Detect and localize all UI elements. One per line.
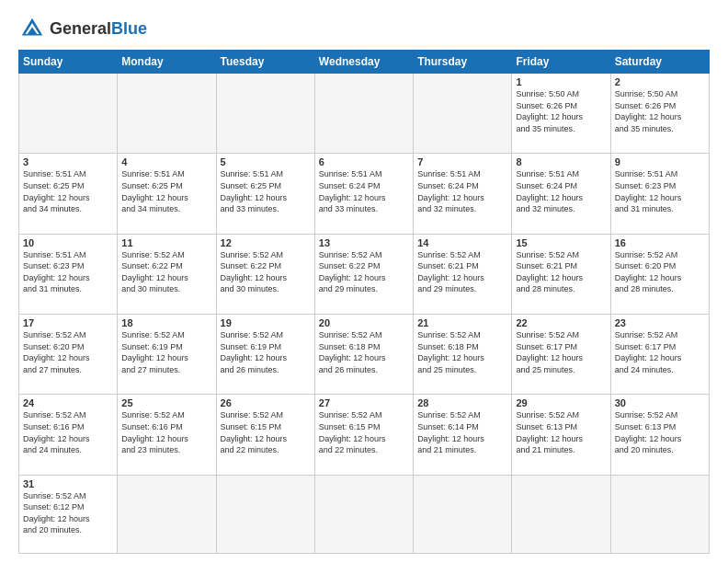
day-info: Sunrise: 5:52 AM Sunset: 6:22 PM Dayligh… [221, 249, 311, 295]
weekday-header-monday: Monday [118, 51, 216, 74]
day-number: 5 [221, 156, 311, 167]
calendar-cell [414, 74, 512, 154]
day-number: 26 [221, 397, 311, 408]
calendar-cell: 16Sunrise: 5:52 AM Sunset: 6:20 PM Dayli… [610, 234, 709, 314]
logo-text: GeneralBlue [50, 20, 147, 37]
day-info: Sunrise: 5:51 AM Sunset: 6:23 PM Dayligh… [615, 168, 705, 214]
logo: GeneralBlue [18, 15, 147, 42]
calendar-cell: 1Sunrise: 5:50 AM Sunset: 6:26 PM Daylig… [512, 74, 610, 154]
day-info: Sunrise: 5:52 AM Sunset: 6:18 PM Dayligh… [417, 329, 507, 375]
calendar-cell: 8Sunrise: 5:51 AM Sunset: 6:24 PM Daylig… [512, 154, 610, 234]
day-number: 14 [417, 237, 507, 248]
day-number: 27 [319, 397, 409, 408]
calendar-cell: 9Sunrise: 5:51 AM Sunset: 6:23 PM Daylig… [610, 154, 709, 234]
calendar-cell: 31Sunrise: 5:52 AM Sunset: 6:12 PM Dayli… [19, 475, 118, 553]
day-info: Sunrise: 5:51 AM Sunset: 6:24 PM Dayligh… [417, 168, 507, 214]
day-info: Sunrise: 5:51 AM Sunset: 6:24 PM Dayligh… [516, 168, 606, 214]
calendar-cell [414, 475, 512, 553]
day-number: 1 [516, 76, 606, 87]
calendar-cell: 26Sunrise: 5:52 AM Sunset: 6:15 PM Dayli… [216, 395, 314, 475]
calendar-cell [118, 475, 216, 553]
day-number: 16 [615, 237, 705, 248]
calendar-cell: 30Sunrise: 5:52 AM Sunset: 6:13 PM Dayli… [610, 395, 709, 475]
calendar-week-2: 3Sunrise: 5:51 AM Sunset: 6:25 PM Daylig… [19, 154, 710, 234]
day-number: 15 [516, 237, 606, 248]
day-info: Sunrise: 5:51 AM Sunset: 6:25 PM Dayligh… [23, 168, 113, 214]
day-info: Sunrise: 5:52 AM Sunset: 6:13 PM Dayligh… [615, 409, 705, 455]
calendar-cell [314, 74, 413, 154]
day-info: Sunrise: 5:52 AM Sunset: 6:20 PM Dayligh… [615, 249, 705, 295]
calendar-cell [216, 74, 314, 154]
day-info: Sunrise: 5:52 AM Sunset: 6:18 PM Dayligh… [319, 329, 409, 375]
calendar-week-4: 17Sunrise: 5:52 AM Sunset: 6:20 PM Dayli… [19, 314, 710, 394]
calendar-cell: 27Sunrise: 5:52 AM Sunset: 6:15 PM Dayli… [314, 395, 413, 475]
day-number: 23 [615, 317, 705, 328]
calendar-cell: 3Sunrise: 5:51 AM Sunset: 6:25 PM Daylig… [19, 154, 118, 234]
weekday-header-wednesday: Wednesday [314, 51, 413, 74]
day-number: 13 [319, 237, 409, 248]
day-number: 29 [516, 397, 606, 408]
day-info: Sunrise: 5:51 AM Sunset: 6:23 PM Dayligh… [23, 249, 113, 295]
day-number: 3 [23, 156, 113, 167]
calendar-cell: 7Sunrise: 5:51 AM Sunset: 6:24 PM Daylig… [414, 154, 512, 234]
day-number: 8 [516, 156, 606, 167]
calendar-header-row: SundayMondayTuesdayWednesdayThursdayFrid… [19, 51, 710, 74]
calendar-week-6: 31Sunrise: 5:52 AM Sunset: 6:12 PM Dayli… [19, 475, 710, 553]
day-number: 6 [319, 156, 409, 167]
day-number: 31 [23, 478, 113, 489]
calendar-cell [19, 74, 118, 154]
day-info: Sunrise: 5:52 AM Sunset: 6:14 PM Dayligh… [417, 409, 507, 455]
day-number: 12 [221, 237, 311, 248]
calendar-cell [216, 475, 314, 553]
calendar-cell: 10Sunrise: 5:51 AM Sunset: 6:23 PM Dayli… [19, 234, 118, 314]
day-info: Sunrise: 5:51 AM Sunset: 6:24 PM Dayligh… [319, 168, 409, 214]
calendar-cell: 25Sunrise: 5:52 AM Sunset: 6:16 PM Dayli… [118, 395, 216, 475]
generalblue-icon [18, 15, 46, 42]
day-number: 19 [221, 317, 311, 328]
day-number: 11 [121, 237, 211, 248]
weekday-header-friday: Friday [512, 51, 610, 74]
day-info: Sunrise: 5:52 AM Sunset: 6:17 PM Dayligh… [615, 329, 705, 375]
day-info: Sunrise: 5:52 AM Sunset: 6:16 PM Dayligh… [121, 409, 211, 455]
day-info: Sunrise: 5:52 AM Sunset: 6:15 PM Dayligh… [221, 409, 311, 455]
day-info: Sunrise: 5:50 AM Sunset: 6:26 PM Dayligh… [615, 88, 705, 134]
calendar-week-1: 1Sunrise: 5:50 AM Sunset: 6:26 PM Daylig… [19, 74, 710, 154]
calendar-cell: 18Sunrise: 5:52 AM Sunset: 6:19 PM Dayli… [118, 314, 216, 394]
calendar-cell: 24Sunrise: 5:52 AM Sunset: 6:16 PM Dayli… [19, 395, 118, 475]
calendar-cell: 22Sunrise: 5:52 AM Sunset: 6:17 PM Dayli… [512, 314, 610, 394]
weekday-header-tuesday: Tuesday [216, 51, 314, 74]
day-number: 2 [615, 76, 705, 87]
day-info: Sunrise: 5:52 AM Sunset: 6:22 PM Dayligh… [121, 249, 211, 295]
calendar-cell: 29Sunrise: 5:52 AM Sunset: 6:13 PM Dayli… [512, 395, 610, 475]
day-number: 9 [615, 156, 705, 167]
day-number: 7 [417, 156, 507, 167]
day-info: Sunrise: 5:52 AM Sunset: 6:17 PM Dayligh… [516, 329, 606, 375]
day-info: Sunrise: 5:52 AM Sunset: 6:16 PM Dayligh… [23, 409, 113, 455]
day-number: 20 [319, 317, 409, 328]
header: GeneralBlue [18, 15, 710, 42]
day-number: 10 [23, 237, 113, 248]
calendar-cell [512, 475, 610, 553]
calendar-week-5: 24Sunrise: 5:52 AM Sunset: 6:16 PM Dayli… [19, 395, 710, 475]
calendar-cell [118, 74, 216, 154]
calendar-cell [610, 475, 709, 553]
day-number: 21 [417, 317, 507, 328]
day-number: 24 [23, 397, 113, 408]
calendar-table: SundayMondayTuesdayWednesdayThursdayFrid… [18, 50, 710, 554]
day-info: Sunrise: 5:50 AM Sunset: 6:26 PM Dayligh… [516, 88, 606, 134]
day-number: 18 [121, 317, 211, 328]
day-number: 28 [417, 397, 507, 408]
calendar-cell: 23Sunrise: 5:52 AM Sunset: 6:17 PM Dayli… [610, 314, 709, 394]
weekday-header-sunday: Sunday [19, 51, 118, 74]
day-info: Sunrise: 5:52 AM Sunset: 6:21 PM Dayligh… [516, 249, 606, 295]
calendar-cell: 19Sunrise: 5:52 AM Sunset: 6:19 PM Dayli… [216, 314, 314, 394]
day-number: 30 [615, 397, 705, 408]
day-info: Sunrise: 5:52 AM Sunset: 6:22 PM Dayligh… [319, 249, 409, 295]
day-info: Sunrise: 5:51 AM Sunset: 6:25 PM Dayligh… [221, 168, 311, 214]
calendar-cell: 2Sunrise: 5:50 AM Sunset: 6:26 PM Daylig… [610, 74, 709, 154]
day-info: Sunrise: 5:52 AM Sunset: 6:15 PM Dayligh… [319, 409, 409, 455]
calendar-cell: 15Sunrise: 5:52 AM Sunset: 6:21 PM Dayli… [512, 234, 610, 314]
calendar-cell: 13Sunrise: 5:52 AM Sunset: 6:22 PM Dayli… [314, 234, 413, 314]
day-info: Sunrise: 5:52 AM Sunset: 6:19 PM Dayligh… [121, 329, 211, 375]
day-number: 17 [23, 317, 113, 328]
